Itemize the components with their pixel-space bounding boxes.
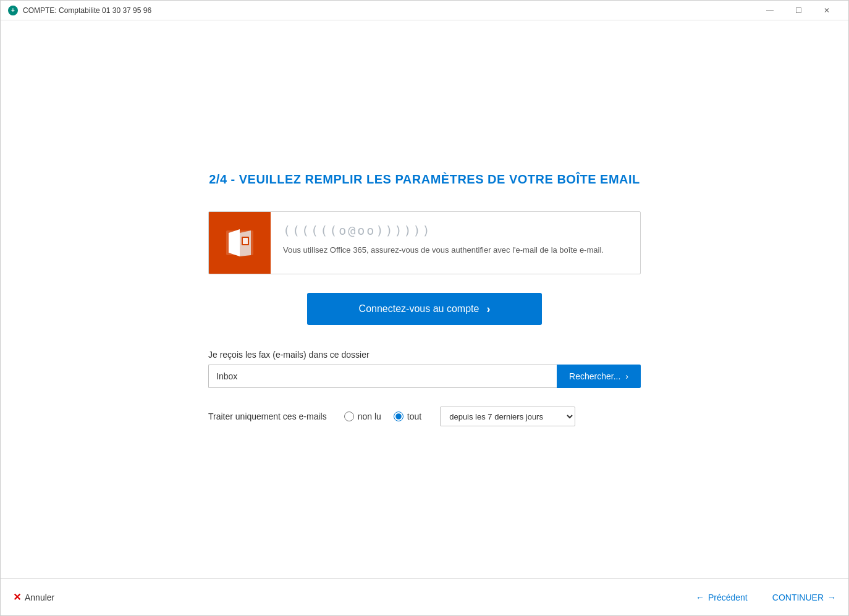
cancel-label: Annuler [25, 593, 54, 602]
office365-description: Vous utilisez Office 365, assurez-vous d… [283, 244, 628, 256]
search-button[interactable]: Rechercher... › [557, 365, 641, 388]
office365-card: ((((((o@oo)))))) Vous utilisez Office 36… [208, 211, 641, 274]
radio-all-label: tout [407, 411, 421, 421]
prev-arrow-icon: ← [696, 593, 704, 602]
cancel-x-icon: ✕ [13, 591, 21, 603]
folder-input[interactable] [208, 365, 557, 388]
folder-section: Je reçois les fax (e-mails) dans ce doss… [208, 350, 641, 426]
continue-arrow-icon: → [827, 593, 836, 602]
step-title: 2/4 - VEUILLEZ REMPLIR LES PARAMÈTRES DE… [209, 172, 640, 187]
filter-row: Traiter uniquement ces e-mails non lu to… [208, 407, 641, 426]
continue-button[interactable]: CONTINUER → [772, 593, 836, 602]
radio-all-option[interactable]: tout [394, 411, 421, 421]
close-button[interactable]: ✕ [813, 1, 841, 20]
office365-logo-box [209, 212, 271, 274]
connect-button-label: Connectez-vous au compte [359, 303, 479, 314]
continue-label: CONTINUER [772, 593, 824, 602]
office365-card-content: ((((((o@oo)))))) Vous utilisez Office 36… [271, 212, 640, 268]
radio-unread-label: non lu [358, 411, 381, 421]
period-select[interactable]: depuis les 7 derniers jours depuis les 3… [440, 407, 575, 426]
main-content: 2/4 - VEUILLEZ REMPLIR LES PARAMÈTRES DE… [1, 20, 848, 578]
search-chevron-icon: › [625, 371, 628, 381]
folder-label: Je reçois les fax (e-mails) dans ce doss… [208, 350, 641, 360]
connect-account-button[interactable]: Connectez-vous au compte › [307, 293, 542, 325]
app-icon: + [8, 6, 18, 15]
svg-rect-2 [243, 238, 248, 244]
minimize-button[interactable]: — [756, 1, 784, 20]
titlebar-controls: — ☐ ✕ [756, 1, 841, 20]
office365-email: ((((((o@oo)))))) [283, 223, 628, 238]
folder-row: Rechercher... › [208, 365, 641, 388]
titlebar-title: COMPTE: Comptabilite 01 30 37 95 96 [23, 6, 756, 15]
radio-unread[interactable] [344, 411, 354, 421]
previous-button[interactable]: ← Précédent [696, 593, 748, 602]
cancel-button[interactable]: ✕ Annuler [13, 591, 54, 603]
search-button-label: Rechercher... [569, 371, 620, 381]
connect-button-chevron-icon: › [486, 303, 490, 316]
radio-unread-option[interactable]: non lu [344, 411, 381, 421]
titlebar: + COMPTE: Comptabilite 01 30 37 95 96 — … [1, 1, 848, 20]
office365-logo-icon [221, 224, 258, 261]
maximize-button[interactable]: ☐ [784, 1, 813, 20]
filter-label: Traiter uniquement ces e-mails [208, 411, 327, 421]
prev-label: Précédent [708, 593, 748, 602]
footer: ✕ Annuler ← Précédent CONTINUER → [1, 578, 848, 615]
radio-all[interactable] [394, 411, 403, 421]
